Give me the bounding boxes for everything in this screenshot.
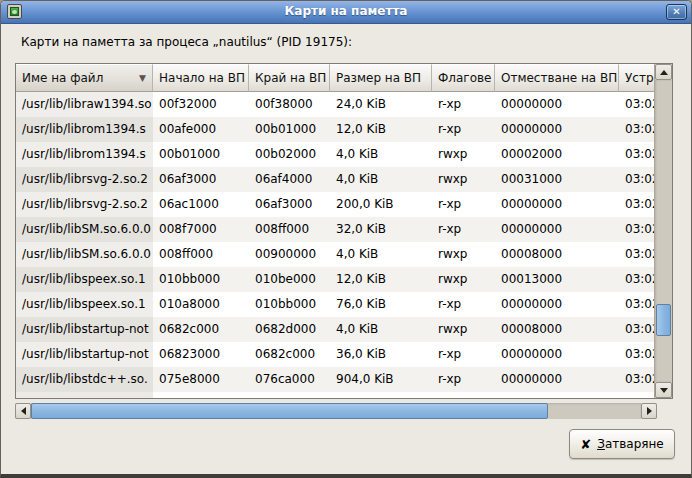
cell-end: 0682c000 xyxy=(249,342,330,367)
cell-file: /usr/lib/libSM.so.6.0.0 xyxy=(16,242,153,267)
cell-start: 008f7000 xyxy=(153,217,249,242)
cell-end: 06af3000 xyxy=(249,192,330,217)
close-button[interactable]: ✘ Затваряне xyxy=(569,429,675,459)
cell-offset: 00008000 xyxy=(495,317,619,342)
cell-size: 76,0 KiB xyxy=(330,292,432,317)
cell-end: 076ca000 xyxy=(249,367,330,392)
cell-file: /usr/lib/libspeex.so.1 xyxy=(16,292,153,317)
cell-start: 06af3000 xyxy=(153,167,249,192)
cell-offset: 00000000 xyxy=(495,292,619,317)
horizontal-scrollbar-track[interactable] xyxy=(31,403,641,419)
cell-file: /usr/lib/librsvg-2.so.2 xyxy=(16,167,153,192)
cell-file: /usr/lib/libstartup-not xyxy=(16,342,153,367)
cell-size: 200,0 KiB xyxy=(330,192,432,217)
cell-size: 12,0 KiB xyxy=(330,117,432,142)
vertical-scrollbar-thumb[interactable] xyxy=(656,304,671,336)
table-row[interactable]: /usr/lib/librsvg-2.so.206af300006af40004… xyxy=(16,167,654,192)
scroll-up-button[interactable] xyxy=(655,64,672,80)
table-row[interactable]: /usr/lib/libSM.so.6.0.0008f7000008ff0003… xyxy=(16,217,654,242)
cell-start: 06ac1000 xyxy=(153,192,249,217)
process-description-label: Карти на паметта за процеса „nautilus“ (… xyxy=(21,35,352,49)
cell-flags: rwxp xyxy=(432,142,495,167)
cell-end: 00b02000 xyxy=(249,142,330,167)
table-row[interactable]: /usr/lib/libstartup-not0682c0000682d0004… xyxy=(16,317,654,342)
column-header-vm-start[interactable]: Начало на ВП xyxy=(153,64,249,92)
table-row[interactable]: /usr/lib/libSM.so.6.0.0008ff000009000004… xyxy=(16,242,654,267)
close-button-label: Затваряне xyxy=(597,437,664,451)
table-row[interactable]: /usr/lib/librom1394.s00b0100000b020004,0… xyxy=(16,142,654,167)
cell-flags: rwxp xyxy=(432,267,495,292)
scroll-right-button[interactable] xyxy=(641,403,657,419)
table-row[interactable]: /usr/lib/libstdc++.so.075e8000076ca00090… xyxy=(16,367,654,392)
table-row[interactable]: /usr/lib/librsvg-2.so.206ac100006af30002… xyxy=(16,192,654,217)
column-header-filename[interactable]: Име на файл ▼ xyxy=(16,64,153,92)
cell-size: 4,0 KiB xyxy=(330,317,432,342)
cell-offset: 00008000 xyxy=(495,242,619,267)
memory-maps-table: Име на файл ▼ Начало на ВП Край на ВП Ра… xyxy=(15,63,673,399)
cell-device: 03:02 xyxy=(619,142,654,167)
column-header-flags[interactable]: Флагове xyxy=(432,64,495,92)
cell-flags: rwxp xyxy=(432,167,495,192)
cell-end: 00900000 xyxy=(249,242,330,267)
table-header-row: Име на файл ▼ Начало на ВП Край на ВП Ра… xyxy=(16,64,654,92)
cell-device: 03:02 xyxy=(619,342,654,367)
scroll-left-button[interactable] xyxy=(15,403,31,419)
table-row[interactable]: /usr/lib/libstartup-not068230000682c0003… xyxy=(16,342,654,367)
cell-file: /usr/lib/librom1394.s xyxy=(16,142,153,167)
titlebar[interactable]: Карти на паметта ✕ xyxy=(1,1,691,24)
cell-start: 00f32000 xyxy=(153,92,249,117)
table-row[interactable]: /usr/lib/libspeex.so.1010a8000010bb00076… xyxy=(16,292,654,317)
cell-device: 03:02 xyxy=(619,242,654,267)
vertical-scrollbar[interactable] xyxy=(654,64,672,398)
sort-indicator-icon: ▼ xyxy=(139,65,146,92)
cell-end: 010be000 xyxy=(249,267,330,292)
arrow-right-icon xyxy=(647,407,652,415)
cell-device: 03:02 xyxy=(619,92,654,117)
column-header-vm-offset[interactable]: Отместване на ВП xyxy=(495,64,619,92)
cell-file: /usr/lib/libstartup-not xyxy=(16,317,153,342)
cell-device: 03:02 xyxy=(619,292,654,317)
cell-start: 008ff000 xyxy=(153,242,249,267)
scroll-down-button[interactable] xyxy=(655,382,672,398)
cell-end: 00f38000 xyxy=(249,92,330,117)
table-rows: /usr/lib/libraw1394.so00f3200000f3800024… xyxy=(16,92,654,398)
cell-flags: r-xp xyxy=(432,117,495,142)
cell-offset: 00000000 xyxy=(495,117,619,142)
arrow-up-icon xyxy=(660,70,668,75)
cell-size: 4,0 KiB xyxy=(330,242,432,267)
cell-size: 904,0 KiB xyxy=(330,367,432,392)
cell-end: 00b01000 xyxy=(249,117,330,142)
cell-device: 03:02 xyxy=(619,192,654,217)
column-header-vm-end[interactable]: Край на ВП xyxy=(249,64,330,92)
cell-size: 12,0 KiB xyxy=(330,267,432,292)
cell-device: 03:02 xyxy=(619,117,654,142)
cell-file: /usr/lib/libspeex.so.1 xyxy=(16,267,153,292)
vertical-scrollbar-track[interactable] xyxy=(655,80,672,382)
cell-size: 4,0 KiB xyxy=(330,167,432,192)
cell-flags: r-xp xyxy=(432,217,495,242)
cell-start: 00b01000 xyxy=(153,142,249,167)
horizontal-scrollbar-thumb[interactable] xyxy=(31,403,548,419)
cell-device: 03:02 xyxy=(619,167,654,192)
cell-size: 32,0 KiB xyxy=(330,217,432,242)
table-row[interactable]: /usr/lib/libspeex.so.1010bb000010be00012… xyxy=(16,267,654,292)
arrow-left-icon xyxy=(21,407,26,415)
arrow-down-icon xyxy=(660,388,668,393)
cell-offset: 00002000 xyxy=(495,142,619,167)
cell-device: 03:02 xyxy=(619,367,654,392)
table-row[interactable]: /usr/lib/librom1394.s00afe00000b0100012,… xyxy=(16,117,654,142)
cell-device: 03:02 xyxy=(619,267,654,292)
cell-flags: r-xp xyxy=(432,92,495,117)
horizontal-scrollbar[interactable] xyxy=(15,403,657,419)
table-row[interactable]: /usr/lib/libraw1394.so00f3200000f3800024… xyxy=(16,92,654,117)
window-close-icon[interactable]: ✕ xyxy=(666,4,687,20)
cell-file: /usr/lib/libstdc++.so. xyxy=(16,367,153,392)
cell-end: 06af4000 xyxy=(249,167,330,192)
column-header-device[interactable]: Устройство xyxy=(619,64,654,92)
column-header-vm-size[interactable]: Размер на ВП xyxy=(330,64,432,92)
cell-offset: 00013000 xyxy=(495,267,619,292)
cell-offset: 00000000 xyxy=(495,342,619,367)
cell-start: 06823000 xyxy=(153,342,249,367)
cell-end: 008ff000 xyxy=(249,217,330,242)
cell-offset: 00000000 xyxy=(495,367,619,392)
